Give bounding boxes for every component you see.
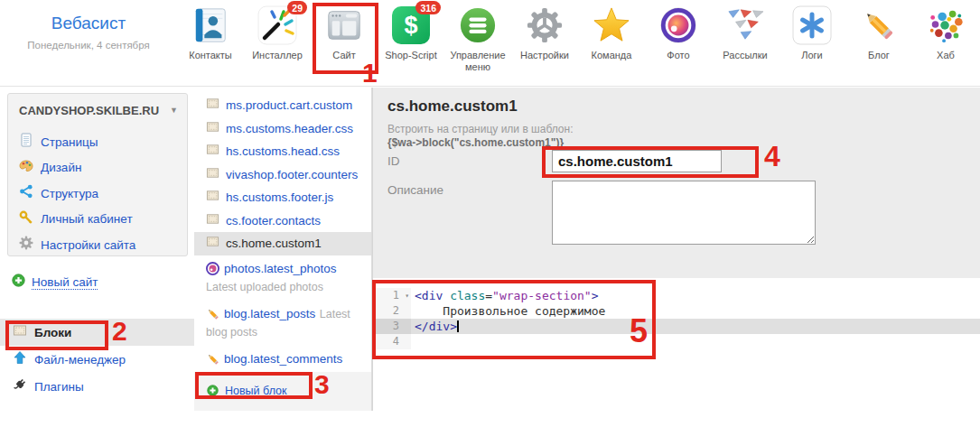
block-list-item[interactable]: hs.customs.footer.js <box>194 186 371 209</box>
block-name: blog.latest_posts <box>224 307 315 320</box>
sidebar-item-pages[interactable]: Страницы <box>19 129 178 155</box>
sidebar-item-site-settings[interactable]: Настройки сайта <box>19 232 178 258</box>
block-list-item[interactable]: ms.customs.header.css <box>194 117 371 141</box>
embed-hint: Встроить на страницу или в шаблон: <box>387 123 574 135</box>
gear-icon <box>19 236 33 254</box>
block-list-item[interactable]: cs.footer.contacts <box>194 209 371 233</box>
code-line-4: 4 <box>373 334 980 349</box>
new-block-label: Новый блок <box>225 385 287 398</box>
block-name: ms.customs.header.css <box>226 122 353 135</box>
embed-code: {$wa->block("cs.home.custom1")} <box>387 136 564 149</box>
sidebar-item-blocks[interactable]: Блоки <box>0 319 194 346</box>
block-icon <box>206 189 219 206</box>
block-icon <box>206 212 219 229</box>
block-name: blog.latest_comments <box>224 352 342 366</box>
app-label: Блог <box>868 50 890 61</box>
app-hub[interactable]: Хаб <box>912 5 979 72</box>
block-name: ms.product.cart.custom <box>226 98 352 112</box>
app-label: Сайт <box>332 50 355 61</box>
paper-planes-icon <box>724 5 766 46</box>
code-editor[interactable]: 1 <div class="wrap-section"> 2 Произволь… <box>373 278 980 411</box>
fold-arrow-icon[interactable] <box>405 288 409 303</box>
app-blog[interactable]: Блог <box>845 5 912 72</box>
gear-icon <box>524 5 565 46</box>
left-sidebar: CANDYSHOP.SKILBE.RU Страницы Дизайн Стру… <box>0 88 194 411</box>
upload-arrow-icon <box>13 350 27 368</box>
app-label: Фото <box>667 50 689 61</box>
code-text: Произвольное содержимое <box>411 303 605 319</box>
app-mailer[interactable]: Рассылки <box>712 5 779 72</box>
app-settings[interactable]: Настройки <box>511 5 578 72</box>
block-list-item[interactable]: blog.latest_posts Latest blog posts <box>194 301 371 346</box>
app-header: Вебасист Понедельник, 4 сентября Контакт… <box>0 0 980 87</box>
line-number: 3 <box>373 319 411 334</box>
app-team[interactable]: Команда <box>578 5 645 72</box>
camera-lens-icon <box>658 5 699 46</box>
sidebar-item-file-manager[interactable]: Файл-менеджер <box>0 346 194 373</box>
text-cursor <box>457 320 459 332</box>
sidebar-item-structure[interactable]: Структура <box>19 181 178 207</box>
palette-icon <box>19 159 33 177</box>
id-input[interactable] <box>552 150 722 172</box>
app-site[interactable]: Сайт <box>311 5 378 72</box>
sidebar-item-label: Файл-менеджер <box>34 353 126 367</box>
app-label: Хаб <box>937 50 955 61</box>
sidebar-item-plugins[interactable]: Плагины <box>0 373 194 400</box>
sidebar-item-label: Личный кабинет <box>41 212 133 226</box>
block-list-item[interactable]: ms.product.cart.custom <box>194 94 371 117</box>
plus-icon <box>207 384 219 400</box>
new-block-link[interactable]: Новый блок <box>194 372 371 411</box>
shopscript-badge: 316 <box>415 1 441 14</box>
description-textarea[interactable] <box>552 181 816 245</box>
site-box: CANDYSHOP.SKILBE.RU Страницы Дизайн Стру… <box>7 93 188 256</box>
app-label: Shop-Script <box>385 50 436 61</box>
block-editor-pane: cs.home.custom1 Встроить на страницу или… <box>372 88 980 411</box>
block-list-item[interactable]: vivashop.footer.counters <box>194 163 371 187</box>
logo-block: Вебасист Понедельник, 4 сентября <box>16 14 161 51</box>
sidebar-item-account[interactable]: Личный кабинет <box>19 207 178 233</box>
camera-lens-icon <box>206 262 219 278</box>
id-label: ID <box>387 154 400 168</box>
app-menu-management[interactable]: Управление меню <box>444 5 511 72</box>
logo-link[interactable]: Вебасист <box>16 14 161 33</box>
site-selector[interactable]: CANDYSHOP.SKILBE.RU <box>19 104 178 117</box>
block-list-item-selected[interactable]: cs.home.custom1 <box>194 232 371 255</box>
pencil-icon <box>206 352 219 368</box>
app-installer[interactable]: 29 Инсталлер <box>244 5 311 72</box>
star-icon <box>591 5 632 46</box>
webasyst-screen: Вебасист Понедельник, 4 сентября Контакт… <box>0 0 980 427</box>
app-shop-script[interactable]: $ 316 Shop-Script <box>378 5 444 72</box>
line-number: 2 <box>373 303 411 319</box>
header-date: Понедельник, 4 сентября <box>16 40 161 51</box>
block-list-item[interactable]: photos.latest_photos Latest uploaded pho… <box>194 255 371 301</box>
sidebar-item-label: Страницы <box>41 135 98 149</box>
new-site-label: Новый сайт <box>32 275 98 290</box>
content-area: CANDYSHOP.SKILBE.RU Страницы Дизайн Стру… <box>0 88 980 411</box>
sidebar-item-design[interactable]: Дизайн <box>19 155 178 181</box>
share-icon <box>19 184 33 202</box>
blocks-icon <box>13 323 27 341</box>
sidebar-item-label: Структура <box>41 187 98 200</box>
site-menu: Страницы Дизайн Структура Личный кабинет <box>19 129 178 258</box>
blocks-list: ms.product.cart.custom ms.customs.header… <box>194 88 371 408</box>
sidebar-item-label: Блоки <box>34 326 71 339</box>
chevron-down-icon <box>170 106 178 115</box>
app-photos[interactable]: Фото <box>645 5 712 72</box>
block-name: photos.latest_photos <box>224 262 337 275</box>
app-logs[interactable]: Логи <box>779 5 845 72</box>
new-site-link[interactable]: Новый сайт <box>12 274 98 291</box>
shopscript-icon: $ 316 <box>390 5 432 46</box>
code-line-3-active: 3 </div> <box>373 319 980 334</box>
plus-icon <box>12 274 25 291</box>
block-icon <box>206 235 219 252</box>
app-label: Настройки <box>520 50 569 61</box>
block-icon <box>206 143 219 160</box>
sidebar-item-label: Дизайн <box>41 161 81 174</box>
app-contacts[interactable]: Контакты <box>177 5 244 72</box>
menu-icon <box>457 5 499 46</box>
installer-badge: 29 <box>287 1 307 14</box>
pencil-icon <box>206 307 219 323</box>
block-list-item[interactable]: hs.customs.head.css <box>194 140 371 163</box>
app-label: Управление меню <box>444 50 511 72</box>
code-text: </div> <box>411 319 459 334</box>
